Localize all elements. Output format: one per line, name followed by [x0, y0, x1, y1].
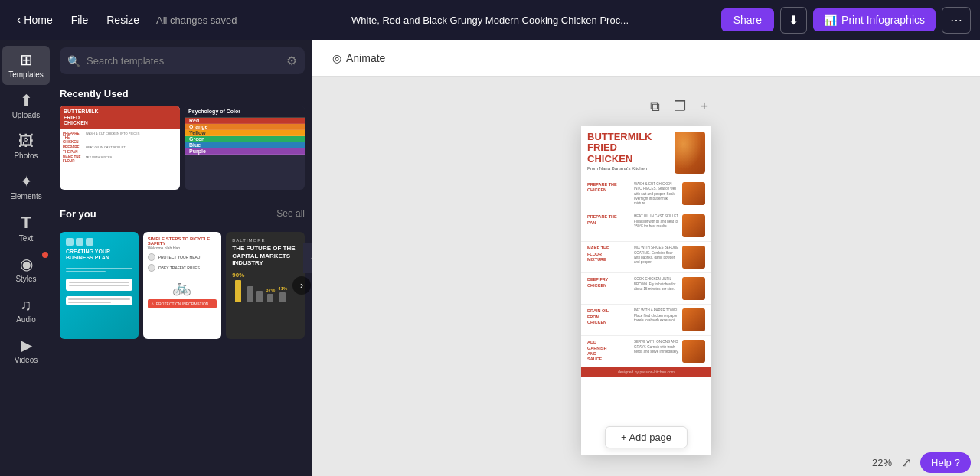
recipe-step-4-image: [682, 277, 705, 300]
add-page-button[interactable]: + Add page: [605, 426, 688, 448]
print-label: Print Infographics: [841, 14, 925, 26]
psych-row-yellow: Yellow: [185, 130, 305, 136]
styles-label: Styles: [15, 275, 36, 283]
download-button[interactable]: ⬇: [780, 7, 807, 34]
warning-text: PROTECTION INFORMATION: [156, 302, 209, 306]
bicycle-icon: 🚲: [172, 278, 191, 296]
sidebar-item-text[interactable]: T Text: [2, 208, 50, 249]
page-action-icons: ⧉ ❐ +: [581, 95, 711, 118]
recipe-step-3: MAKE THEFLOURMIXTURE MIX WITH SPICES BEF…: [581, 242, 711, 273]
help-button[interactable]: Help ?: [920, 452, 971, 473]
photos-icon: 🖼: [18, 133, 34, 148]
sidebar-item-uploads[interactable]: ⬆ Uploads: [2, 86, 50, 126]
recipe-step-1-image: [682, 182, 705, 205]
box-row-1: [69, 282, 129, 283]
recipe-step-5: DRAIN OILFROMCHICKEN PAT WITH A PAPER TO…: [581, 305, 711, 336]
recipe-title: BUTTERMILKFRIEDCHICKEN: [587, 132, 675, 165]
mini-icon-2: [76, 238, 83, 246]
recipe-step-6-title: ADDGARNISHANDSAUCE: [587, 340, 629, 362]
fullscreen-button[interactable]: ⤢: [898, 452, 914, 473]
for-you-section-header: For you See all: [60, 201, 305, 226]
sidebar-item-audio[interactable]: ♫ Audio: [2, 291, 50, 330]
mini-icon-1: [66, 238, 74, 246]
styles-icon: ◉: [20, 256, 33, 272]
recipe-step-5-right: PAT WITH A PAPER TOWEL. Place fried chic…: [634, 308, 705, 331]
template-card-psychology[interactable]: Psychology of Color Red Orange Yellow Gr…: [185, 106, 305, 190]
back-button[interactable]: ‹ Home: [9, 8, 60, 31]
sidebar-item-templates[interactable]: ⊞ Templates: [2, 46, 50, 85]
home-nav-label: Home: [24, 14, 52, 26]
capital-pct-1: 90%: [232, 272, 244, 279]
recipe-step-6-instruction: SERVE WITH ONIONS AND GRAVY. Garnish wit…: [634, 340, 679, 354]
panel-toggle-button[interactable]: ‹: [303, 243, 312, 273]
bicycle-card-title: SIMPLE STEPS TO BICYCLE SAFETY: [148, 236, 217, 246]
for-you-card-bicycle[interactable]: SIMPLE STEPS TO BICYCLE SAFETY Welcome b…: [143, 232, 222, 339]
business-card-box: [66, 279, 132, 291]
for-you-next-button[interactable]: ›: [292, 276, 311, 295]
recipe-header: BUTTERMILKFRIEDCHICKEN From Nana Banana'…: [581, 126, 711, 178]
capital-card-title: THE FUTURE OF THE CAPITAL MARKETS INDUST…: [232, 245, 299, 267]
template-card-chicken[interactable]: BUTTERMILKFRIEDCHICKEN PREPARE THE CHICK…: [60, 106, 180, 190]
canvas-bottom-bar: 22% ⤢ Help ?: [312, 448, 980, 476]
file-menu-button[interactable]: File: [64, 9, 96, 31]
recipe-step-5-image: [682, 308, 705, 331]
search-bar: 🔍 ⚙: [60, 47, 305, 74]
recipe-step-6: ADDGARNISHANDSAUCE SERVE WITH ONIONS AND…: [581, 336, 711, 367]
recipe-step-2-left: PREPARE THEPAN: [587, 214, 629, 237]
recipe-footer: designed by passion-kitchen.com: [581, 367, 711, 377]
recipe-step-2: PREPARE THEPAN HEAT OIL IN CAST SKILLET.…: [581, 210, 711, 242]
templates-icon: ⊞: [20, 52, 33, 67]
elements-icon: ✦: [20, 174, 33, 189]
recipe-step-6-image: [682, 340, 705, 363]
recipe-step-4-right: COOK CHICKEN UNTIL BROWN. Fry in batches…: [634, 277, 705, 300]
sidebar-item-styles[interactable]: ◉ Styles: [2, 250, 50, 289]
for-you-grid: CREATING YOUR BUSINESS PLAN: [60, 232, 305, 339]
copy-page-button[interactable]: ⧉: [647, 95, 663, 118]
audio-icon: ♫: [21, 297, 32, 312]
sidebar-item-elements[interactable]: ✦ Elements: [2, 168, 50, 207]
recipe-step-1-left: PREPARE THECHICKEN: [587, 182, 629, 206]
share-button[interactable]: Share: [721, 8, 774, 31]
sidebar-item-videos[interactable]: ▶ Videos: [2, 331, 50, 370]
mini-icon-3: [86, 238, 93, 246]
elements-label: Elements: [10, 192, 42, 201]
recipe-subtitle: From Nana Banana's Kitchen: [587, 166, 675, 171]
recipe-step-1: PREPARE THECHICKEN WASH & CUT CHICKEN IN…: [581, 178, 711, 210]
see-all-button[interactable]: See all: [276, 208, 305, 219]
capital-bar-2: [247, 286, 253, 302]
line-2: [66, 271, 106, 272]
templates-scroll[interactable]: Recently Used BUTTERMILKFRIEDCHICKEN PRE…: [52, 80, 312, 476]
canvas-area: ◎ Animate ⧉ ❐ + BUTTERMILKFRIEDCHICKEN: [312, 40, 980, 476]
recipe-step-2-image: [682, 214, 705, 237]
recipe-step-2-title: PREPARE THEPAN: [587, 214, 629, 225]
resize-button[interactable]: Resize: [99, 9, 147, 31]
search-icon: 🔍: [67, 55, 80, 67]
print-button[interactable]: 📊 Print Infographics: [813, 8, 936, 31]
animate-icon: ◎: [332, 52, 341, 64]
recipe-step-5-instruction: PAT WITH A PAPER TOWEL. Place fried chic…: [634, 308, 679, 323]
box2-row-1: [68, 298, 130, 300]
canvas-scroll[interactable]: ⧉ ❐ + BUTTERMILKFRIEDCHICKEN From Nana B…: [312, 77, 980, 476]
sidebar-item-photos[interactable]: 🖼 Photos: [2, 127, 50, 166]
recipe-step-1-title: PREPARE THECHICKEN: [587, 182, 629, 193]
capital-bar-4: [267, 294, 273, 302]
filter-icon[interactable]: ⚙: [286, 54, 297, 68]
search-input[interactable]: [87, 55, 280, 67]
recipe-footer-text: designed by passion-kitchen.com: [618, 370, 675, 374]
recipe-step-3-title: MAKE THEFLOURMIXTURE: [587, 246, 629, 262]
top-navigation: ‹ Home File Resize All changes saved Whi…: [0, 0, 980, 40]
recipe-title-block: BUTTERMILKFRIEDCHICKEN From Nana Banana'…: [587, 132, 675, 174]
recipe-step-1-right: WASH & CUT CHICKEN INTO PIECES. Season w…: [634, 182, 705, 206]
recipe-step-6-left: ADDGARNISHANDSAUCE: [587, 340, 629, 363]
add-page-icon-button[interactable]: +: [697, 95, 711, 118]
bicycle-card-subtitle: Welcome blah blah: [148, 246, 217, 250]
bicycle-icon-area: 🚲: [148, 278, 217, 296]
recipe-step-4-title: DEEP FRYCHICKEN: [587, 277, 629, 288]
more-options-button[interactable]: ⋯: [942, 7, 971, 34]
psych-row-green: Green: [185, 136, 305, 142]
for-you-card-business[interactable]: CREATING YOUR BUSINESS PLAN: [60, 232, 139, 339]
psych-row-purple: Purple: [185, 148, 305, 155]
bicycle-warning: ⚠ PROTECTION INFORMATION: [148, 299, 217, 308]
duplicate-page-button[interactable]: ❐: [671, 95, 689, 118]
animate-button[interactable]: ◎ Animate: [325, 47, 393, 69]
